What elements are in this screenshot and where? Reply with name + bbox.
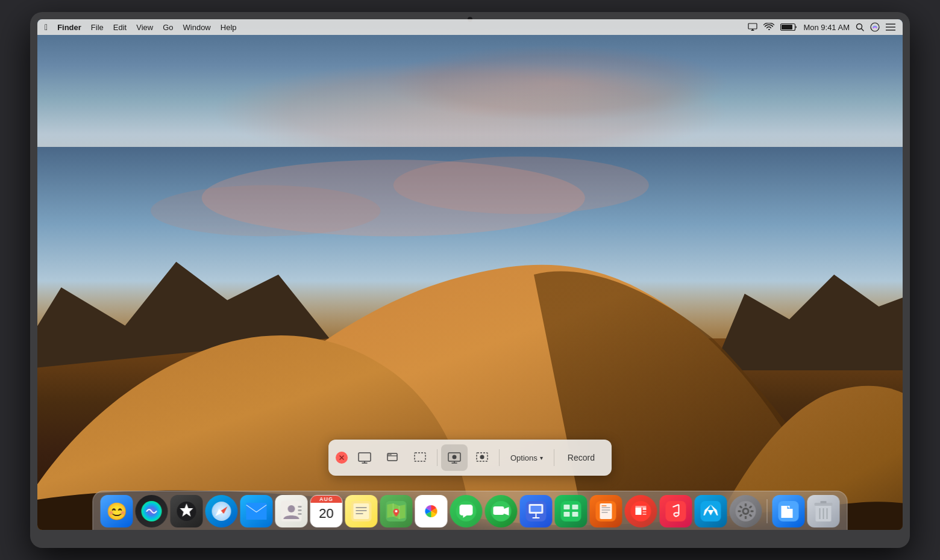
menu-edit[interactable]: Edit <box>113 23 127 32</box>
svg-point-48 <box>395 510 398 512</box>
svg-rect-40 <box>298 513 302 515</box>
dock: 😊 <box>93 491 848 530</box>
record-button[interactable]: Record <box>558 449 604 466</box>
options-label: Options <box>510 453 537 462</box>
options-button[interactable]: Options ▾ <box>503 450 550 466</box>
dock-separator <box>767 499 768 523</box>
menu-go[interactable]: Go <box>163 23 173 32</box>
menubar-right: Mon 9:41 AM <box>748 22 895 32</box>
dock-icon-maps[interactable] <box>380 495 413 527</box>
menu-finder[interactable]: Finder <box>57 23 81 32</box>
dock-icon-facetime[interactable] <box>485 495 518 527</box>
dock-icon-numbers[interactable] <box>555 495 588 527</box>
record-selection-button[interactable] <box>469 444 495 471</box>
svg-rect-22 <box>415 453 425 461</box>
svg-point-28 <box>480 455 484 459</box>
svg-rect-52 <box>494 506 504 515</box>
dock-icon-news[interactable] <box>625 495 657 527</box>
toolbar-divider-1 <box>437 449 437 466</box>
wifi-icon[interactable] <box>763 23 774 31</box>
dock-icon-photos[interactable] <box>415 495 448 527</box>
svg-rect-75 <box>745 503 747 506</box>
toolbar-divider-3 <box>554 449 554 466</box>
svg-point-74 <box>744 509 748 513</box>
dock-icon-keynote[interactable] <box>520 495 553 527</box>
svg-rect-77 <box>738 511 741 512</box>
dock-icon-safari[interactable] <box>205 495 238 527</box>
menu-view[interactable]: View <box>136 23 153 32</box>
svg-rect-39 <box>298 509 302 511</box>
svg-rect-15 <box>359 453 371 461</box>
toolbar-divider-2 <box>499 449 500 466</box>
dock-icon-appstore[interactable] <box>695 495 727 527</box>
capture-window-button[interactable] <box>379 444 406 471</box>
svg-point-21 <box>390 454 392 455</box>
menu-window[interactable]: Window <box>183 23 211 32</box>
dock-icon-messages[interactable] <box>450 495 483 527</box>
svg-rect-76 <box>745 516 747 519</box>
dock-icon-trash[interactable] <box>807 495 840 527</box>
dock-icon-files[interactable] <box>772 495 805 527</box>
svg-rect-70 <box>666 501 686 521</box>
capture-screen-button[interactable] <box>351 444 378 471</box>
menu-file[interactable]: File <box>91 23 104 32</box>
dock-icon-mail[interactable] <box>240 495 273 527</box>
menubar:  Finder File Edit View Go Window Help <box>37 19 903 35</box>
dock-icon-pages[interactable] <box>590 495 622 527</box>
dock-icon-contacts[interactable] <box>275 495 308 527</box>
apple-logo[interactable]:  <box>45 22 48 32</box>
screen:  Finder File Edit View Go Window Help <box>37 19 903 530</box>
svg-rect-68 <box>602 505 607 506</box>
svg-rect-4 <box>748 23 757 29</box>
battery-icon <box>780 23 797 31</box>
svg-rect-38 <box>298 506 302 508</box>
screenshot-toolbar: Options ▾ Record <box>328 440 612 476</box>
dock-icon-launchpad[interactable] <box>171 495 203 527</box>
menubar-left:  Finder File Edit View Go Window Help <box>45 22 748 32</box>
clock: Mon 9:41 AM <box>803 23 850 32</box>
svg-point-24 <box>453 455 457 459</box>
svg-rect-42 <box>354 503 369 519</box>
svg-rect-78 <box>751 511 754 512</box>
svg-rect-59 <box>564 505 570 509</box>
capture-selection-button[interactable] <box>407 444 433 471</box>
svg-point-37 <box>288 505 295 512</box>
svg-rect-58 <box>561 501 581 521</box>
laptop-frame:  Finder File Edit View Go Window Help <box>30 12 910 548</box>
svg-point-2 <box>393 157 649 214</box>
svg-point-3 <box>151 185 381 237</box>
close-button[interactable] <box>336 452 348 464</box>
record-screen-button[interactable] <box>441 444 468 471</box>
dock-icon-siri[interactable] <box>136 495 168 527</box>
dock-icon-settings[interactable] <box>730 495 762 527</box>
options-chevron: ▾ <box>540 455 543 461</box>
dock-icon-finder[interactable]: 😊 <box>101 495 133 527</box>
svg-rect-61 <box>564 512 570 517</box>
airplay-icon[interactable] <box>748 23 757 31</box>
svg-point-20 <box>389 454 390 455</box>
dock-icon-notes[interactable] <box>345 495 378 527</box>
svg-rect-6 <box>782 25 792 30</box>
siri-menubar-icon[interactable] <box>870 22 880 32</box>
spotlight-icon[interactable] <box>856 23 864 31</box>
svg-rect-87 <box>821 501 827 503</box>
dock-icon-music[interactable] <box>660 495 692 527</box>
list-icon[interactable] <box>886 23 895 31</box>
svg-line-8 <box>862 29 864 31</box>
menu-help[interactable]: Help <box>221 23 237 32</box>
svg-rect-60 <box>572 505 578 509</box>
svg-rect-55 <box>531 506 542 512</box>
dock-icon-calendar[interactable]: AUG 20 <box>310 495 343 527</box>
svg-rect-62 <box>572 512 578 517</box>
